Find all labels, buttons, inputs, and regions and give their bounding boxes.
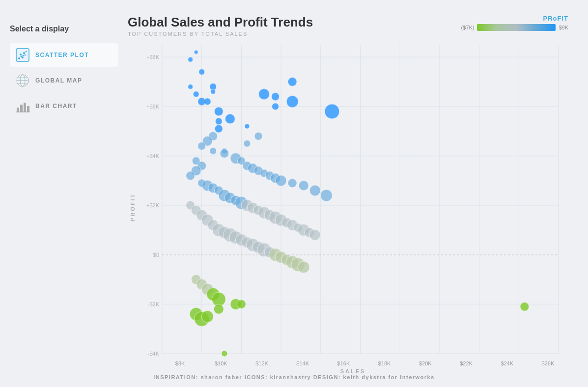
svg-point-6 — [26, 51, 27, 53]
svg-rect-14 — [17, 108, 19, 112]
svg-rect-16 — [24, 103, 26, 112]
footer: INSPIRATION: sharon faber ICONS: kiransh… — [0, 374, 588, 380]
x-tick: $14K — [282, 360, 323, 366]
plot-inner: $8K$10K$12K$14K$16K$18K$20K$22K$24K$26K … — [138, 40, 568, 374]
svg-rect-17 — [27, 106, 29, 112]
x-axis-area: $8K$10K$12K$14K$16K$18K$20K$22K$24K$26K … — [138, 360, 568, 374]
legend-max-label: $9K — [559, 25, 568, 30]
x-tick: $26K — [528, 360, 568, 366]
global-map-option[interactable]: GLOBAL MAP — [10, 69, 118, 92]
legend-min-label: ($7K) — [461, 25, 475, 30]
x-tick: $12K — [241, 360, 282, 366]
chart-title-block: Global Sales and Profit Trends TOP CUSTO… — [128, 15, 313, 37]
chart-subtitle: TOP CUSTOMERS BY TOTAL SALES — [128, 31, 313, 37]
x-tick: $10K — [200, 360, 241, 366]
scatter-plot-canvas — [138, 40, 568, 359]
plot-wrapper: PROFIT $8K$10K$12K$14K$16K$18K$20K$22K$2… — [128, 40, 568, 374]
legend-gradient-row: ($7K) $9K — [461, 24, 568, 31]
legend-title: PRoFiT — [543, 15, 569, 22]
chart-header: Global Sales and Profit Trends TOP CUSTO… — [128, 15, 568, 37]
x-tick: $16K — [323, 360, 364, 366]
bar-chart-label: BAR CHART — [35, 103, 77, 110]
y-axis-label: PROFIT — [128, 40, 138, 374]
footer-text: INSPIRATION: sharon faber ICONS: kiransh… — [153, 374, 435, 380]
svg-point-1 — [18, 57, 20, 59]
legend-block: PRoFiT ($7K) $9K — [461, 15, 568, 31]
x-ticks: $8K$10K$12K$14K$16K$18K$20K$22K$24K$26K — [138, 360, 568, 366]
bar-chart-option[interactable]: BAR CHART — [10, 94, 118, 118]
scatter-plot-label: SCATTER PLOT — [35, 52, 89, 58]
svg-point-3 — [20, 54, 22, 55]
chart-title: Global Sales and Profit Trends — [128, 15, 313, 30]
x-tick: $18K — [364, 360, 405, 366]
svg-point-8 — [22, 56, 24, 58]
chart-area: Global Sales and Profit Trends TOP CUSTO… — [123, 10, 578, 377]
global-map-label: GLOBAL MAP — [35, 77, 82, 84]
main-container: Select a display SCATTER PLOT — [0, 0, 588, 387]
sidebar-title: Select a display — [10, 25, 118, 33]
x-tick: $24K — [487, 360, 528, 366]
svg-point-4 — [23, 55, 24, 56]
scatter-plot-option[interactable]: SCATTER PLOT — [10, 43, 118, 67]
global-map-icon — [15, 73, 30, 88]
legend-gradient — [477, 24, 556, 31]
plot-canvas-wrapper — [138, 40, 568, 359]
bar-chart-icon — [15, 98, 30, 114]
x-axis-label: SALES — [340, 368, 366, 374]
x-tick: $22K — [446, 360, 486, 366]
scatter-plot-icon — [15, 47, 30, 63]
sidebar: Select a display SCATTER PLOT — [10, 10, 118, 377]
x-tick: $8K — [160, 360, 200, 366]
svg-point-5 — [23, 52, 25, 54]
svg-rect-15 — [20, 105, 23, 112]
x-tick: $20K — [405, 360, 446, 366]
svg-point-2 — [21, 56, 22, 57]
svg-point-7 — [25, 55, 26, 56]
